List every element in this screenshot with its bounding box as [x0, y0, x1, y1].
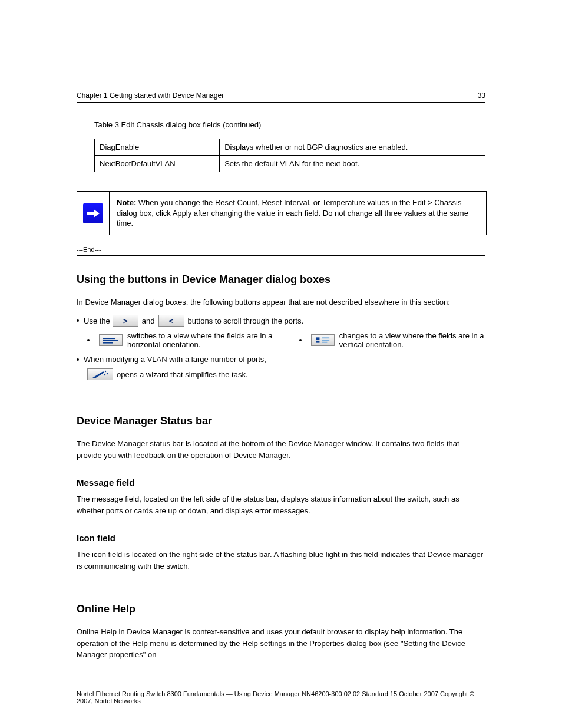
- section-heading: Device Manager Status bar: [77, 415, 485, 427]
- prev-button-icon: <: [158, 315, 184, 327]
- svg-rect-1: [103, 340, 118, 341]
- footer: Nortel Ethernet Routing Switch 8300 Fund…: [77, 690, 485, 704]
- svg-point-10: [104, 374, 105, 375]
- paragraph: The icon field is located on the right s…: [77, 549, 485, 572]
- subsection-heading: Icon field: [77, 533, 485, 543]
- page-number-top: 33: [478, 91, 485, 100]
- cell-field-desc: Sets the default VLAN for the next boot.: [220, 156, 485, 172]
- cell-field-label: DiagEnable: [95, 139, 220, 156]
- paragraph: The message field, located on the left s…: [77, 493, 485, 516]
- horizontal-view-icon: [99, 334, 123, 346]
- chapter-indicator: Chapter 1 Getting started with Device Ma…: [77, 91, 224, 100]
- bullet-dot: [299, 339, 302, 341]
- table-row: NextBootDefaultVLAN Sets the default VLA…: [95, 156, 485, 172]
- wizard-icon: [87, 368, 113, 380]
- section-rule: [77, 591, 485, 591]
- svg-rect-4: [316, 341, 320, 343]
- paragraph: Online Help in Device Manager is context…: [77, 626, 485, 661]
- arrow-right-icon: [83, 203, 103, 223]
- section-rule: [77, 403, 485, 403]
- svg-rect-3: [316, 338, 320, 340]
- header-rule: [77, 102, 485, 103]
- note-box: Note: When you change the Reset Count, R…: [77, 191, 487, 235]
- svg-rect-2: [103, 342, 113, 344]
- svg-rect-7: [322, 342, 327, 343]
- vertical-view-icon: [311, 334, 335, 346]
- svg-rect-0: [103, 338, 115, 340]
- section-rule: [77, 255, 485, 256]
- subsection-heading: Message field: [77, 477, 485, 487]
- bullet-dot: [87, 339, 90, 341]
- cell-field-desc: Displays whether or not BGP diagnostics …: [220, 139, 485, 156]
- page-header: Chapter 1 Getting started with Device Ma…: [77, 0, 485, 100]
- svg-point-9: [107, 373, 108, 374]
- section-end-marker: ---End---: [77, 246, 485, 253]
- cell-field-label: NextBootDefaultVLAN: [95, 156, 220, 172]
- svg-rect-5: [322, 338, 329, 339]
- svg-point-8: [105, 371, 106, 372]
- note-text: Note: When you change the Reset Count, R…: [110, 192, 486, 235]
- section-heading: Using the buttons in Device Manager dial…: [77, 274, 485, 286]
- section-intro: In Device Manager dialog boxes, the foll…: [77, 297, 485, 308]
- paragraph: The Device Manager status bar is located…: [77, 438, 485, 461]
- next-button-icon: >: [113, 315, 138, 327]
- table-row: DiagEnable Displays whether or not BGP d…: [95, 139, 485, 156]
- svg-rect-6: [322, 340, 329, 341]
- section-heading: Online Help: [77, 603, 485, 615]
- bullet-dot: [77, 319, 79, 322]
- bullet-dot: [77, 358, 79, 361]
- fields-table: DiagEnable Displays whether or not BGP d…: [94, 139, 485, 172]
- table-caption: Table 3 Edit Chassis dialog box fields (…: [94, 120, 485, 130]
